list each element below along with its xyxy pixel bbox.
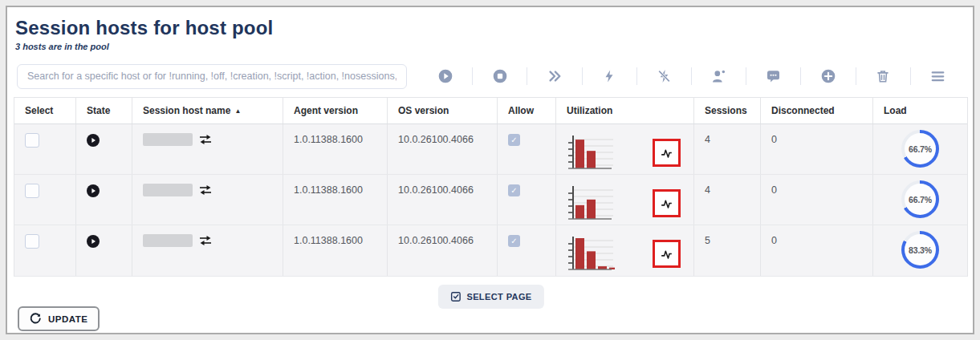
toolbar [418,63,965,90]
disconnected-value: 0 [771,233,777,246]
sessions-cell: 4 [694,124,761,174]
load-percentage: 66.7% [905,184,936,215]
app-window: Session hosts for host pool 3 hosts are … [6,6,974,334]
force-stop-icon[interactable] [637,68,691,84]
allow-cell: ✓ [498,124,556,174]
message-icon[interactable] [746,68,800,84]
activity-highlight-box [653,240,681,268]
os-version-cell: 10.0.26100.4066 [388,175,498,225]
column-header-sessions[interactable]: Sessions [694,98,761,123]
utilization-bar-chart [567,183,615,223]
select-page-button[interactable]: SELECT PAGE [437,285,543,309]
update-button[interactable]: UPDATE [18,306,100,331]
load-percentage: 66.7% [905,133,936,164]
column-header-os-version[interactable]: OS version [388,98,498,123]
column-header-label: Sessions [705,105,747,116]
activity-icon[interactable] [659,246,674,261]
column-header-label: Agent version [294,105,358,116]
select-host-checkbox[interactable] [25,184,39,198]
start-icon[interactable] [418,68,472,84]
state-cell [76,124,132,174]
session-host-row: 1.0.11388.1600 10.0.26100.4066 ✓ 4 0 66.… [14,124,967,175]
os-version-cell: 10.0.26100.4066 [388,124,498,174]
column-header-label: Disconnected [771,105,835,116]
activity-icon[interactable] [659,196,674,211]
column-header-session-host-name[interactable]: Session host name▲ [132,98,283,123]
column-header-select[interactable]: Select [14,98,76,123]
activity-highlight-box [653,139,681,167]
disconnected-cell: 0 [761,124,873,174]
sessions-cell: 4 [694,175,761,225]
table-header-row: SelectStateSession host name▲Agent versi… [14,98,967,124]
os-version-cell: 10.0.26100.4066 [388,225,498,276]
sessions-value: 5 [705,233,710,246]
state-cell [76,175,132,225]
utilization-cell [556,225,694,276]
column-header-allow[interactable]: Allow [498,98,556,123]
page-subtitle: 3 hosts are in the pool [15,42,968,51]
column-header-disconnected[interactable]: Disconnected [761,98,873,123]
allow-cell: ✓ [498,225,556,276]
more-actions-icon[interactable] [527,69,581,83]
utilization-bar-chart [567,132,615,172]
host-name-redacted [143,234,193,247]
allow-checkbox-checked[interactable]: ✓ [508,134,520,146]
column-header-label: OS version [398,105,449,116]
column-header-label: Select [25,105,53,116]
table-body: 1.0.11388.1600 10.0.26100.4066 ✓ 4 0 66.… [14,124,967,276]
activity-icon[interactable] [659,145,674,160]
select-host-checkbox[interactable] [25,133,39,148]
host-name-redacted [143,133,193,146]
update-label: UPDATE [48,314,87,324]
swap-arrows-icon [193,233,212,246]
add-user-icon[interactable] [692,68,746,84]
state-cell [76,225,132,276]
column-header-state[interactable]: State [76,98,132,123]
state-running-icon [87,184,100,197]
disconnected-value: 0 [771,132,777,145]
disconnected-cell: 0 [761,225,873,276]
agent-version-value: 1.0.11388.1600 [294,183,363,196]
column-header-utilization[interactable]: Utilization [556,98,694,123]
select-host-checkbox[interactable] [25,234,39,249]
agent-version-cell: 1.0.11388.1600 [283,175,388,225]
search-input[interactable] [17,64,407,89]
menu-icon[interactable] [911,69,965,83]
load-cell: 83.3% [873,225,967,276]
stop-icon[interactable] [473,68,527,84]
os-version-value: 10.0.26100.4066 [398,233,474,246]
checkbox-check-icon [449,291,461,302]
session-host-row: 1.0.11388.1600 10.0.26100.4066 ✓ 4 0 66.… [14,175,967,225]
searchbar-row [17,63,965,90]
select-cell [14,124,76,174]
column-header-label: Session host name [143,105,230,116]
column-header-agent-version[interactable]: Agent version [283,98,388,123]
delete-icon[interactable] [856,68,910,84]
column-header-label: Utilization [567,105,612,116]
load-progress-ring: 83.3% [901,231,939,269]
load-progress-ring: 66.7% [901,180,939,218]
utilization-bar-chart [567,233,615,273]
refresh-icon [30,313,42,325]
load-cell: 66.7% [873,124,967,174]
sessions-value: 4 [705,183,710,196]
add-icon[interactable] [801,68,855,84]
column-header-load[interactable]: Load [873,98,967,123]
swap-arrows-icon [193,132,212,145]
session-host-row: 1.0.11388.1600 10.0.26100.4066 ✓ 5 0 83.… [14,225,967,276]
sessions-value: 4 [705,132,710,145]
column-header-label: Allow [508,105,534,116]
allow-checkbox-checked[interactable]: ✓ [508,235,520,247]
load-cell: 66.7% [873,175,967,225]
force-start-icon[interactable] [583,68,636,84]
sort-asc-icon: ▲ [234,107,241,115]
agent-version-value: 1.0.11388.1600 [294,233,363,246]
sessions-cell: 5 [694,225,761,276]
activity-highlight-box [653,189,681,217]
state-running-icon [87,134,100,147]
host-name-redacted [143,184,193,196]
disconnected-value: 0 [771,183,777,196]
host-name-cell [132,225,283,276]
state-running-icon [87,235,100,248]
allow-checkbox-checked[interactable]: ✓ [508,184,520,196]
